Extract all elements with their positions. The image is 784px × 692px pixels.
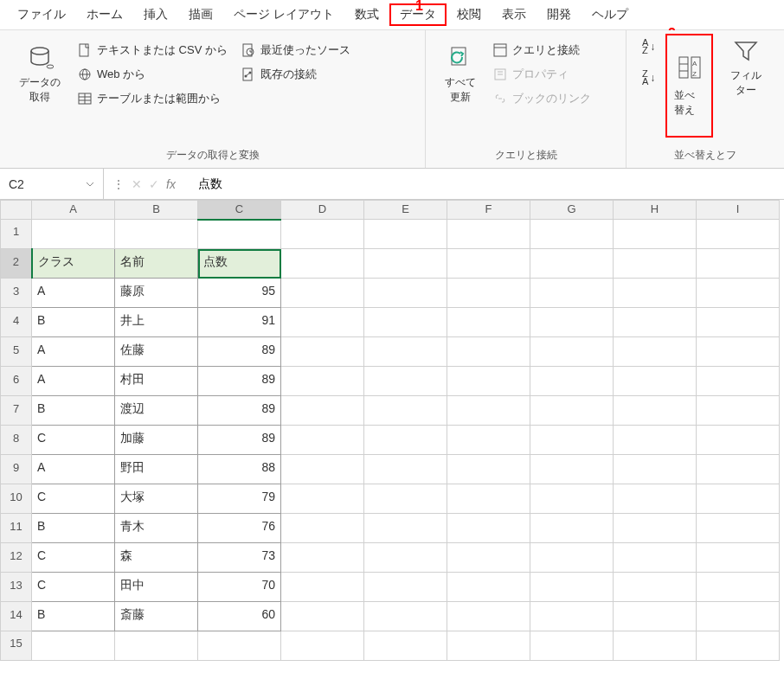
cell[interactable] [447, 426, 530, 455]
cell[interactable] [281, 514, 364, 543]
cell[interactable] [447, 631, 530, 661]
cell[interactable] [364, 514, 447, 543]
cell[interactable]: 95 [198, 279, 281, 308]
filter-button[interactable]: フィルター [720, 34, 772, 101]
cell[interactable] [364, 308, 447, 337]
cell[interactable] [281, 249, 364, 279]
cell[interactable] [115, 631, 198, 661]
cell[interactable]: 村田 [115, 367, 198, 396]
cell[interactable]: A [32, 367, 115, 396]
cell[interactable] [364, 543, 447, 573]
cell[interactable]: A [32, 337, 115, 367]
row-header[interactable]: 12 [1, 543, 32, 573]
row-header[interactable]: 10 [1, 484, 32, 514]
name-box[interactable]: C2 [0, 169, 104, 199]
existing-connections-button[interactable]: 既存の接続 [238, 65, 354, 84]
cell[interactable]: 加藤 [115, 426, 198, 455]
from-table-range-button[interactable]: テーブルまたは範囲から [74, 89, 231, 108]
cell[interactable] [281, 631, 364, 661]
cell[interactable] [364, 367, 447, 396]
from-text-csv-button[interactable]: テキストまたは CSV から [74, 41, 231, 60]
cell[interactable] [447, 543, 530, 573]
row-header[interactable]: 3 [1, 279, 32, 308]
cell[interactable] [364, 602, 447, 631]
cell[interactable] [530, 602, 614, 631]
cell[interactable] [697, 484, 780, 514]
cell[interactable] [447, 249, 530, 279]
cell[interactable] [697, 426, 780, 455]
cell[interactable] [614, 220, 697, 249]
row-header[interactable]: 13 [1, 573, 32, 602]
cell[interactable] [697, 602, 780, 631]
cell[interactable] [530, 514, 614, 543]
col-header-h[interactable]: H [614, 201, 697, 220]
cell[interactable] [697, 279, 780, 308]
sort-descending-button[interactable]: ZA ↓ [642, 70, 655, 86]
row-header[interactable]: 8 [1, 426, 32, 455]
fx-icon[interactable]: fx [166, 177, 176, 191]
cell[interactable] [364, 573, 447, 602]
menu-developer[interactable]: 開発 [537, 3, 582, 26]
cell[interactable]: 藤原 [115, 279, 198, 308]
cell[interactable] [530, 543, 614, 573]
col-header-g[interactable]: G [530, 201, 614, 220]
cell[interactable]: 73 [198, 543, 281, 573]
cell[interactable] [530, 396, 614, 426]
cell[interactable] [614, 249, 697, 279]
select-all-corner[interactable] [1, 201, 32, 220]
cell[interactable] [530, 367, 614, 396]
menu-review[interactable]: 校閲 [447, 3, 492, 26]
cell[interactable] [697, 396, 780, 426]
spreadsheet-grid[interactable]: A B C D E F G H I 1 2 クラス 名前 点数 3A藤原95 4… [0, 200, 780, 661]
row-header[interactable]: 14 [1, 602, 32, 631]
cell[interactable]: 井上 [115, 308, 198, 337]
cell[interactable] [364, 279, 447, 308]
col-header-f[interactable]: F [447, 201, 530, 220]
cell[interactable] [447, 514, 530, 543]
cell[interactable] [281, 220, 364, 249]
cell[interactable] [364, 455, 447, 484]
cell[interactable]: 斎藤 [115, 602, 198, 631]
cell[interactable] [447, 308, 530, 337]
cell[interactable] [530, 249, 614, 279]
cell[interactable]: C [32, 484, 115, 514]
cell[interactable]: B [32, 602, 115, 631]
cell[interactable]: 89 [198, 426, 281, 455]
cell[interactable] [447, 279, 530, 308]
cell[interactable] [614, 426, 697, 455]
cell[interactable] [32, 220, 115, 249]
cell[interactable]: 89 [198, 367, 281, 396]
row-header[interactable]: 5 [1, 337, 32, 367]
cell[interactable] [281, 426, 364, 455]
get-data-button[interactable]: データの 取得 [12, 41, 67, 108]
cell[interactable] [697, 455, 780, 484]
menu-insert[interactable]: 挿入 [133, 3, 178, 26]
menu-home[interactable]: ホーム [76, 3, 133, 26]
menu-draw[interactable]: 描画 [178, 3, 223, 26]
cell[interactable] [281, 455, 364, 484]
cell[interactable] [697, 573, 780, 602]
col-header-i[interactable]: I [697, 201, 780, 220]
menu-view[interactable]: 表示 [492, 3, 537, 26]
cell[interactable] [614, 484, 697, 514]
cell[interactable] [614, 337, 697, 367]
cell[interactable] [530, 279, 614, 308]
row-header[interactable]: 2 [1, 249, 32, 279]
cell[interactable]: 70 [198, 573, 281, 602]
cell[interactable] [697, 308, 780, 337]
cell[interactable]: 88 [198, 455, 281, 484]
cancel-icon[interactable]: ✕ [132, 177, 142, 191]
cell[interactable] [281, 484, 364, 514]
cell[interactable] [115, 220, 198, 249]
cell[interactable]: 名前 [115, 249, 198, 279]
from-web-button[interactable]: Web から [74, 65, 231, 84]
refresh-all-button[interactable]: すべて 更新 [438, 41, 483, 108]
cell[interactable] [530, 455, 614, 484]
cell[interactable] [697, 249, 780, 279]
col-header-b[interactable]: B [115, 201, 198, 220]
row-header[interactable]: 9 [1, 455, 32, 484]
formula-input[interactable] [184, 177, 784, 191]
cell[interactable] [614, 543, 697, 573]
menu-file[interactable]: ファイル [7, 3, 76, 26]
cell-selected[interactable]: 点数 [198, 249, 281, 279]
